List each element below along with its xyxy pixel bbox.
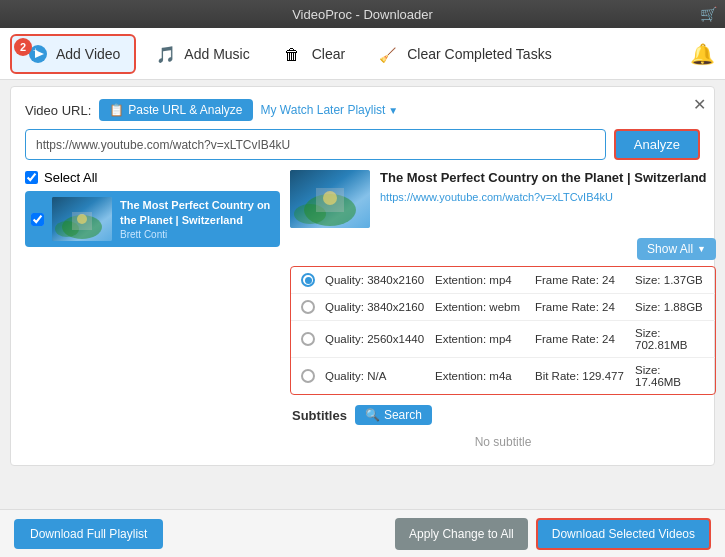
apply-change-button[interactable]: Apply Change to All: [395, 518, 528, 550]
video-item-checkbox[interactable]: [31, 213, 44, 226]
video-detail-header: The Most Perfect Country on the Planet |…: [290, 170, 716, 228]
no-subtitle-text: No subtitle: [290, 431, 716, 453]
url-label: Video URL:: [25, 103, 91, 118]
main-content: ✕ Video URL: 📋 Paste URL & Analyze My Wa…: [10, 86, 715, 466]
quality-radio[interactable]: [301, 300, 315, 314]
quality-framerate: Frame Rate: 24: [535, 301, 625, 313]
paste-url-button[interactable]: 📋 Paste URL & Analyze: [99, 99, 252, 121]
quality-framerate: Frame Rate: 24: [535, 333, 625, 345]
video-detail-title: The Most Perfect Country on the Planet |…: [380, 170, 716, 187]
video-item-author: Brett Conti: [120, 229, 274, 240]
video-detail-url: https://www.youtube.com/watch?v=xLTCvIB4…: [380, 191, 716, 203]
download-playlist-button[interactable]: Download Full Playlist: [14, 519, 163, 549]
select-all-label: Select All: [44, 170, 97, 185]
video-detail-thumbnail: [290, 170, 370, 228]
show-all-row: Show All: [290, 238, 716, 260]
quality-radio[interactable]: [301, 273, 315, 287]
subtitles-row: Subtitles 🔍 Search: [290, 405, 716, 425]
add-video-label: Add Video: [56, 46, 120, 62]
video-item-info: The Most Perfect Country on the Planet |…: [120, 198, 274, 240]
paste-url-label: Paste URL & Analyze: [128, 103, 242, 117]
app-title: VideoProc - Downloader: [292, 7, 433, 22]
title-bar: VideoProc - Downloader 🛒: [0, 0, 725, 28]
svg-text:🗑: 🗑: [284, 46, 300, 63]
bottom-right-buttons: Apply Change to All Download Selected Vi…: [395, 518, 711, 550]
subtitles-label: Subtitles: [292, 408, 347, 423]
quality-item[interactable]: Quality: 3840x2160Extention: webmFrame R…: [291, 294, 715, 321]
svg-text:+: +: [33, 46, 38, 55]
quality-field: Quality: 3840x2160: [325, 301, 425, 313]
select-all-checkbox[interactable]: [25, 171, 38, 184]
add-music-label: Add Music: [184, 46, 249, 62]
quality-size: Size: 1.88GB: [635, 301, 705, 313]
close-button[interactable]: ✕: [693, 95, 706, 114]
quality-extension: Extention: webm: [435, 301, 525, 313]
svg-text:🎵: 🎵: [156, 45, 176, 64]
clear-completed-label: Clear Completed Tasks: [407, 46, 551, 62]
add-music-icon: 🎵: [154, 42, 178, 66]
video-thumbnail: [52, 197, 112, 241]
quality-radio[interactable]: [301, 332, 315, 346]
download-selected-button[interactable]: Download Selected Videos: [536, 518, 711, 550]
quality-radio[interactable]: [301, 369, 315, 383]
quality-item[interactable]: Quality: 3840x2160Extention: mp4Frame Ra…: [291, 267, 715, 294]
search-sub-icon: 🔍: [365, 408, 380, 422]
svg-text:🧹: 🧹: [379, 47, 397, 64]
svg-point-15: [323, 191, 337, 205]
clear-icon: 🗑: [282, 42, 306, 66]
clear-completed-button[interactable]: 🧹 Clear Completed Tasks: [363, 34, 565, 74]
quality-list: Quality: 3840x2160Extention: mp4Frame Ra…: [290, 266, 716, 395]
title-bar-icons: 🛒: [700, 6, 717, 22]
right-panel: The Most Perfect Country on the Planet |…: [290, 170, 716, 453]
add-music-button[interactable]: 🎵 Add Music: [140, 34, 263, 74]
toolbar-badge: 2: [14, 38, 32, 56]
video-list-item[interactable]: The Most Perfect Country on the Planet |…: [25, 191, 280, 247]
quality-extension: Extention: mp4: [435, 274, 525, 286]
video-thumb-art: [52, 197, 112, 241]
quality-field: Quality: N/A: [325, 370, 425, 382]
analyze-button[interactable]: Analyze: [614, 129, 700, 160]
show-all-button[interactable]: Show All: [637, 238, 716, 260]
clear-label: Clear: [312, 46, 345, 62]
quality-size: Size: 1.37GB: [635, 274, 705, 286]
quality-size: Size: 702.81MB: [635, 327, 705, 351]
clear-completed-icon: 🧹: [377, 42, 401, 66]
search-sub-label: Search: [384, 408, 422, 422]
bell-icon[interactable]: 🔔: [690, 42, 715, 66]
quality-extension: Extention: m4a: [435, 370, 525, 382]
toolbar: 2 + Add Video 🎵 Add Music 🗑 Clear 🧹 Clea…: [0, 28, 725, 80]
quality-item[interactable]: Quality: N/AExtention: m4aBit Rate: 129.…: [291, 358, 715, 394]
quality-framerate: Frame Rate: 24: [535, 274, 625, 286]
toolbar-right: 🔔: [690, 42, 715, 66]
subtitles-search-button[interactable]: 🔍 Search: [355, 405, 432, 425]
url-input[interactable]: [25, 129, 606, 160]
url-row: Video URL: 📋 Paste URL & Analyze My Watc…: [25, 99, 700, 121]
quality-size: Size: 17.46MB: [635, 364, 705, 388]
content-area: Select All: [25, 170, 700, 453]
select-all-row: Select All: [25, 170, 280, 185]
quality-item[interactable]: Quality: 2560x1440Extention: mp4Frame Ra…: [291, 321, 715, 358]
quality-extension: Extention: mp4: [435, 333, 525, 345]
watch-later-link[interactable]: My Watch Later Playlist: [261, 103, 399, 117]
video-item-title: The Most Perfect Country on the Planet |…: [120, 198, 274, 227]
cart-icon[interactable]: 🛒: [700, 6, 717, 22]
video-detail-info: The Most Perfect Country on the Planet |…: [380, 170, 716, 228]
svg-point-10: [77, 214, 87, 224]
bottom-bar: Download Full Playlist Apply Change to A…: [0, 509, 725, 557]
quality-field: Quality: 3840x2160: [325, 274, 425, 286]
quality-framerate: Bit Rate: 129.477: [535, 370, 625, 382]
url-input-row: Analyze: [25, 129, 700, 160]
quality-field: Quality: 2560x1440: [325, 333, 425, 345]
clipboard-icon: 📋: [109, 103, 124, 117]
clear-button[interactable]: 🗑 Clear: [268, 34, 359, 74]
left-panel: Select All: [25, 170, 280, 453]
